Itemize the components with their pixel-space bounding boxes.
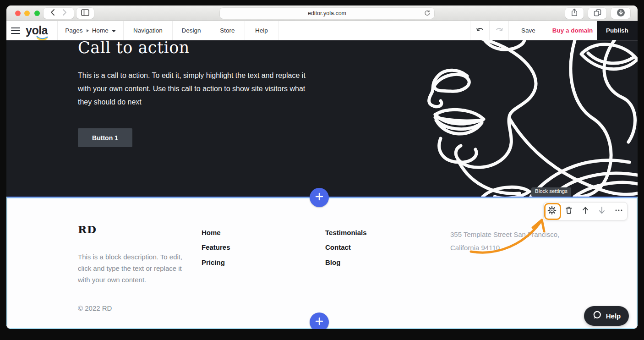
- menu-item-store[interactable]: Store: [210, 21, 245, 40]
- chat-bubble-icon: [592, 310, 602, 322]
- chevron-right-icon: [86, 27, 89, 34]
- publish-label: Publish: [606, 27, 628, 34]
- share-icon: [571, 8, 578, 18]
- hero-description[interactable]: This is a call to action. To edit it, si…: [78, 69, 316, 109]
- editor-canvas: Call to action This is a call to action.…: [6, 40, 638, 329]
- sidebar-icon: [81, 9, 89, 18]
- footer-link-home[interactable]: Home: [202, 229, 221, 236]
- redo-icon: [495, 26, 504, 35]
- current-page-label: Home: [92, 27, 109, 34]
- zoom-window-button[interactable]: [34, 11, 40, 16]
- redo-button[interactable]: [489, 21, 508, 40]
- trash-icon: [564, 205, 574, 217]
- call-to-action-block[interactable]: Call to action This is a call to action.…: [6, 40, 638, 197]
- address-bar[interactable]: editor.yola.com: [220, 8, 434, 19]
- history-nav-group: [44, 8, 74, 19]
- minimize-window-button[interactable]: [24, 11, 30, 16]
- tabs-icon: [594, 9, 601, 18]
- pages-menu[interactable]: Pages Home: [57, 21, 123, 40]
- yola-logo-flag-icon: [36, 36, 48, 40]
- move-block-down-button[interactable]: [594, 202, 610, 220]
- forward-icon[interactable]: [59, 9, 71, 18]
- footer-block-selected[interactable]: RD This is a block description. To edit,…: [6, 197, 638, 329]
- navigation-label: Navigation: [133, 27, 163, 34]
- help-widget-label: Help: [606, 312, 621, 320]
- save-label: Save: [521, 27, 535, 34]
- close-window-button[interactable]: [15, 11, 21, 16]
- sidebar-toggle-button[interactable]: [76, 8, 94, 19]
- editor-toolbar: yola Pages Home Navigation Design Store …: [6, 21, 638, 40]
- footer-description[interactable]: This is a block description. To edit, cl…: [78, 251, 193, 285]
- pages-label: Pages: [65, 27, 82, 34]
- footer-link-testimonials[interactable]: Testimonials: [325, 229, 367, 236]
- undo-button[interactable]: [470, 21, 489, 40]
- block-toolbar: [543, 202, 628, 220]
- arrow-down-icon: [597, 205, 607, 217]
- browser-chrome: editor.yola.com: [6, 5, 638, 21]
- block-settings-button[interactable]: [544, 202, 560, 220]
- help-widget-button[interactable]: Help: [584, 306, 629, 326]
- undo-icon: [475, 26, 485, 35]
- plus-icon: [315, 192, 323, 203]
- footer-link-features[interactable]: Features: [202, 243, 230, 251]
- hero-title[interactable]: Call to action: [78, 40, 190, 57]
- footer-link-blog[interactable]: Blog: [325, 258, 340, 266]
- share-button[interactable]: [565, 8, 584, 19]
- toolbar-spacer: [278, 21, 470, 40]
- menu-item-navigation[interactable]: Navigation: [123, 21, 172, 40]
- more-options-button[interactable]: [611, 202, 627, 220]
- menu-item-help[interactable]: Help: [245, 21, 278, 40]
- line-art-face-illustration: [414, 40, 638, 197]
- footer-logo[interactable]: RD: [78, 223, 97, 236]
- publish-button[interactable]: Publish: [597, 21, 638, 40]
- download-icon: [617, 8, 625, 19]
- footer-copyright: © 2022 RD: [78, 304, 112, 312]
- save-button[interactable]: Save: [508, 21, 548, 40]
- url-text: editor.yola.com: [308, 10, 346, 16]
- caret-down-icon: [112, 27, 116, 34]
- gear-icon: [547, 205, 557, 217]
- plus-icon: [315, 317, 323, 327]
- store-label: Store: [220, 27, 235, 34]
- add-block-button-top[interactable]: [310, 188, 329, 207]
- yola-logo[interactable]: yola: [26, 25, 48, 36]
- delete-block-button[interactable]: [560, 202, 577, 220]
- ellipsis-icon: [614, 205, 624, 217]
- downloads-button[interactable]: [611, 8, 630, 19]
- tab-overview-button[interactable]: [588, 8, 606, 19]
- move-block-up-button[interactable]: [577, 202, 594, 220]
- back-icon[interactable]: [47, 9, 59, 18]
- buy-a-domain-button[interactable]: Buy a domain: [548, 21, 597, 40]
- add-block-button-bottom[interactable]: [310, 313, 329, 329]
- buy-a-domain-label: Buy a domain: [552, 27, 593, 34]
- brand-area: yola: [6, 21, 57, 40]
- hero-button[interactable]: Button 1: [78, 128, 132, 147]
- footer-address-line2: California 94110: [450, 241, 565, 254]
- footer-address[interactable]: 355 Template Street San Francisco, Calif…: [450, 228, 565, 254]
- browser-window: editor.yola.com yola Pages Home Navigati…: [6, 5, 638, 329]
- footer-address-line1: 355 Template Street San Francisco,: [450, 228, 565, 241]
- reload-icon[interactable]: [424, 10, 431, 19]
- menu-icon[interactable]: [11, 27, 20, 34]
- menu-item-design[interactable]: Design: [172, 21, 210, 40]
- footer-link-contact[interactable]: Contact: [325, 243, 351, 251]
- arrow-up-icon: [580, 205, 590, 217]
- help-label: Help: [255, 27, 268, 34]
- footer-link-pricing[interactable]: Pricing: [202, 258, 225, 266]
- design-label: Design: [181, 27, 201, 34]
- block-settings-tooltip: Block settings: [531, 187, 571, 197]
